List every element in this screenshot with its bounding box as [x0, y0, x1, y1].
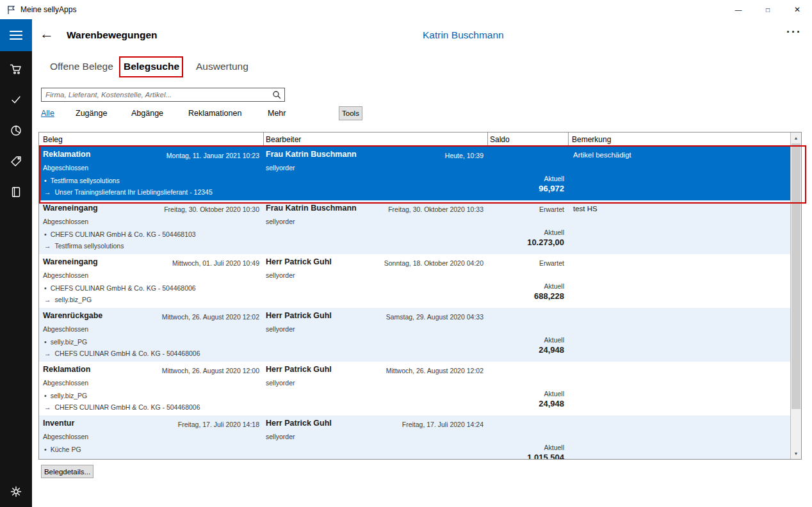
table-row[interactable]: Wareneingang Freitag, 30. Oktober 2020 1… [39, 200, 790, 254]
row-status: Abgeschlossen [43, 271, 88, 279]
window-controls: — □ ✕ [724, 0, 812, 19]
tools-button[interactable]: Tools [339, 106, 362, 120]
arrow-right-icon: → [44, 242, 51, 250]
documents-table: Beleg Bearbeiter Saldo Bemerkung Reklama… [38, 132, 802, 460]
table-row[interactable]: Warenrückgabe Mittwoch, 26. August 2020 … [39, 308, 790, 362]
filter-alle[interactable]: Alle [41, 109, 54, 118]
row-saldo-value: 24,948 [539, 399, 564, 408]
filter-mehr[interactable]: Mehr [268, 109, 286, 118]
cell-bemerkung [568, 254, 790, 308]
row-aktuell-label: Aktuell [544, 175, 564, 182]
row-aktuell-label: Aktuell [544, 229, 564, 236]
arrow-right-icon: → [44, 350, 51, 357]
scrollbar-thumb[interactable] [792, 143, 800, 409]
row-remark: Artikel beschädigt [573, 151, 631, 159]
column-header-bemerkung[interactable]: Bemerkung [572, 135, 611, 144]
bullet-icon: • [44, 446, 47, 453]
hamburger-icon[interactable] [0, 19, 32, 51]
row-target-line: →CHEFS CULINAR GmbH & Co. KG - 504468006 [44, 350, 200, 357]
maximize-button[interactable]: □ [753, 0, 783, 19]
table-row[interactable]: Wareneingang Mittwoch, 01. Juli 2020 10:… [39, 254, 790, 308]
row-editor-date: Sonntag, 18. Oktober 2020 04:20 [384, 259, 483, 267]
row-date: Freitag, 17. Juli 2020 14:18 [178, 421, 259, 428]
row-editor: Herr Patrick Guhl [266, 257, 332, 266]
row-remark: test HS [573, 205, 597, 213]
search-input[interactable] [41, 88, 285, 102]
row-status: Abgeschlossen [43, 218, 88, 225]
price-tag-icon[interactable] [0, 152, 32, 170]
row-status: Abgeschlossen [43, 164, 88, 172]
cell-beleg: Wareneingang Freitag, 30. Oktober 2020 1… [39, 200, 263, 254]
row-erwartet-label: Erwartet [539, 259, 564, 267]
row-editor: Frau Katrin Buschmann [266, 150, 357, 159]
row-target-company: CHEFS CULINAR GmbH & Co. KG - 504468006 [55, 350, 200, 357]
scroll-down-icon[interactable]: ▼ [791, 448, 801, 459]
row-status: Abgeschlossen [43, 379, 88, 387]
pie-chart-icon[interactable] [0, 122, 32, 140]
row-source-line: •CHEFS CULINAR GmbH & Co. KG - 504468103 [44, 230, 196, 238]
search-icon[interactable] [272, 90, 281, 102]
bullet-icon: • [44, 338, 47, 346]
row-target-line: →CHEFS CULINAR GmbH & Co. KG - 504468006 [44, 403, 200, 411]
app-icon [6, 5, 16, 15]
row-target-line: →Testfirma sellysolutions [44, 242, 124, 250]
row-aktuell-label: Aktuell [544, 282, 564, 290]
row-source-app: sellyorder [266, 271, 295, 279]
belegdetails-button[interactable]: Belegdetails... [41, 465, 93, 478]
shopping-cart-icon[interactable] [0, 60, 32, 78]
tab-offene-belege[interactable]: Offene Belege [50, 61, 113, 72]
row-source-company: Küche PG [51, 446, 81, 453]
filter-reklamationen[interactable]: Reklamationen [188, 109, 241, 118]
column-header-saldo[interactable]: Saldo [490, 135, 510, 144]
row-editor-date: Freitag, 30. Oktober 2020 10:33 [388, 205, 483, 213]
tab-auswertung[interactable]: Auswertung [196, 61, 248, 72]
user-name[interactable]: Katrin Buschmann [423, 29, 504, 41]
row-editor-date: Samstag, 29. August 2020 04:33 [386, 313, 483, 321]
scroll-up-icon[interactable]: ▲ [791, 133, 801, 143]
bullet-icon: • [44, 392, 47, 399]
bullet-icon: • [44, 230, 47, 238]
cell-saldo: Aktuell 24,948 [487, 308, 568, 362]
more-options-icon[interactable]: ··· [786, 26, 802, 39]
vertical-scrollbar[interactable]: ▲ ▼ [790, 133, 801, 459]
row-editor-date: Freitag, 17. Juli 2020 14:24 [402, 421, 483, 428]
search-box [41, 88, 285, 102]
row-type: Reklamation [43, 150, 90, 159]
filter-zugaenge[interactable]: Zugänge [76, 109, 107, 118]
row-editor-date: Mittwoch, 26. August 2020 12:02 [386, 367, 483, 374]
row-source-line: •Testfirma sellysolutions [44, 177, 120, 184]
sidebar [0, 19, 32, 507]
notebook-icon[interactable] [0, 183, 32, 201]
app-title: Meine sellyApps [20, 5, 76, 14]
row-editor: Herr Patrick Guhl [266, 311, 332, 320]
row-date: Mittwoch, 01. Juli 2020 10:49 [172, 259, 259, 267]
row-editor: Herr Patrick Guhl [266, 365, 332, 374]
cell-saldo: Aktuell 1.015.504 [487, 415, 568, 459]
row-editor: Frau Katrin Buschmann [266, 204, 357, 213]
cell-beleg: Wareneingang Mittwoch, 01. Juli 2020 10:… [39, 254, 263, 308]
row-saldo-value: 24,948 [539, 345, 564, 355]
row-source-company: CHEFS CULINAR GmbH & Co. KG - 504468103 [51, 230, 196, 238]
cell-beleg: Reklamation Mittwoch, 26. August 2020 12… [39, 362, 263, 415]
row-source-app: sellyorder [266, 218, 295, 225]
row-source-company: selly.biz_PG [51, 338, 88, 346]
row-type: Warenrückgabe [43, 311, 102, 320]
row-aktuell-label: Aktuell [544, 336, 564, 344]
table-row[interactable]: Reklamation Montag, 11. Januar 2021 10:2… [39, 147, 790, 200]
column-header-bearbeiter[interactable]: Bearbeiter [266, 135, 301, 144]
gear-icon[interactable] [0, 483, 32, 501]
checkmark-icon[interactable] [0, 91, 32, 109]
bullet-icon: • [44, 284, 47, 292]
column-divider [568, 133, 569, 147]
page-title: Warenbewegungen [67, 29, 158, 41]
table-row[interactable]: Inventur Freitag, 17. Juli 2020 14:18 Ab… [39, 415, 790, 459]
back-arrow-icon[interactable]: ← [40, 26, 54, 42]
filter-abgaenge[interactable]: Abgänge [131, 109, 163, 118]
minimize-button[interactable]: — [724, 0, 753, 19]
table-row[interactable]: Reklamation Mittwoch, 26. August 2020 12… [39, 362, 790, 415]
cell-bearbeiter: Herr Patrick Guhl Sonntag, 18. Oktober 2… [263, 254, 487, 308]
column-divider [487, 133, 488, 147]
tab-belegsuche[interactable]: Belegsuche [124, 61, 179, 72]
column-header-beleg[interactable]: Beleg [43, 135, 63, 144]
close-button[interactable]: ✕ [783, 0, 812, 19]
